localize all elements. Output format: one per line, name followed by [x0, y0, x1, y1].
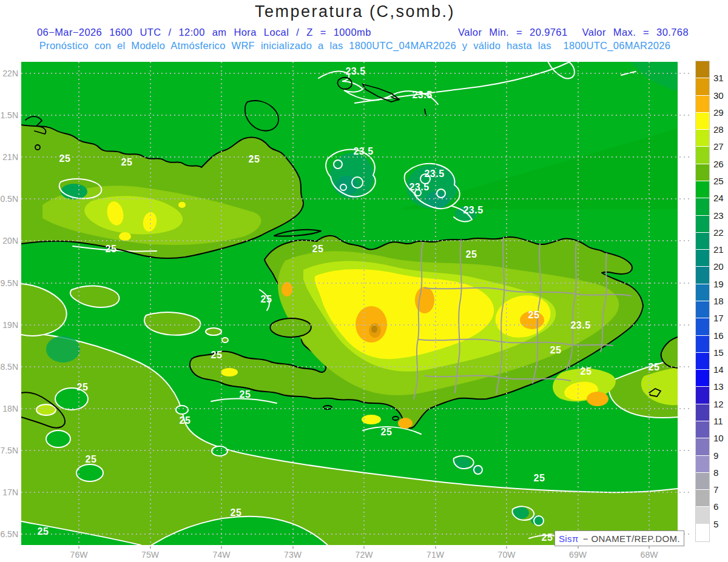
colorbar-tick-label: 31 [713, 73, 724, 83]
colorbar-tick-label: 26 [713, 158, 724, 169]
colorbar-tick-label: 22 [713, 227, 724, 237]
contour-label: 25 [649, 362, 660, 373]
contour-label: 23.5 [570, 320, 590, 331]
y-axis-label: 0.5N [0, 194, 18, 204]
x-axis-label: 68W [630, 550, 669, 560]
contour-label: 25 [211, 350, 223, 361]
colorbar-tick-label: 10 [713, 433, 724, 443]
contour-label: 25 [231, 507, 242, 518]
x-axis-label: 74W [202, 550, 241, 560]
colorbar-tick-label: 24 [713, 193, 724, 203]
credit-brand: Sisπ [559, 534, 579, 544]
x-axis-tick [292, 546, 294, 549]
x-axis-tick [78, 546, 79, 549]
colorbar-cell [696, 164, 709, 181]
x-axis-label: 76W [59, 550, 98, 560]
contour-label: 25 [261, 294, 272, 305]
contour-label: 23.5 [409, 182, 429, 193]
contour-label: 23.5 [424, 169, 444, 179]
gridline-lon [292, 62, 294, 545]
x-axis-label: 70W [487, 550, 526, 560]
x-axis-label: 72W [345, 550, 383, 560]
y-axis-label: 19N [0, 320, 18, 330]
colorbar-cell [696, 370, 709, 386]
x-axis-tick [221, 546, 222, 549]
colorbar-cell [696, 250, 709, 266]
y-axis-label: 18N [0, 404, 18, 413]
y-axis-label: 22N [0, 69, 18, 78]
x-axis-tick [435, 546, 436, 549]
gridline-lat [21, 240, 692, 241]
x-axis-tick [506, 546, 507, 549]
colorbar-tick-label: 8 [713, 467, 718, 477]
x-axis-label: 71W [416, 550, 455, 560]
colorbar-cell [696, 284, 709, 301]
x-axis-tick [363, 546, 365, 549]
colorbar-tick-label: 15 [713, 347, 724, 357]
y-axis-label: 1.5N [0, 110, 18, 120]
contour-label: 23.5 [345, 66, 365, 77]
contour-label: 25 [106, 244, 117, 255]
gridline-lat [21, 283, 692, 284]
colorbar-cell [696, 421, 709, 438]
x-axis-label: 69W [559, 550, 598, 560]
colorbar-cell [696, 318, 709, 335]
gridline-lat [21, 492, 692, 493]
colorbar-cell [696, 233, 709, 249]
y-axis-label: 21N [0, 152, 18, 162]
contour-label: 25 [381, 427, 393, 438]
gridline-lon [435, 62, 436, 545]
y-axis-label: 8.5N [0, 362, 18, 372]
gridline-lon [78, 62, 79, 545]
colorbar-tick-label: 21 [713, 244, 724, 255]
y-axis-label: 20N [0, 236, 18, 246]
colorbar-cell [696, 473, 709, 489]
contour-label: 23.5 [463, 205, 483, 216]
contour-label: 25 [180, 415, 191, 426]
contour-label: 23.5 [353, 146, 373, 157]
contour-label: 23.5 [412, 90, 432, 101]
credit-text: − ONAMET/REP.DOM. [583, 534, 680, 544]
y-axis-label: 7.5N [0, 446, 18, 455]
colorbar-tick-label: 5 [713, 518, 718, 529]
colorbar-cell [696, 524, 709, 541]
contour-label: 25 [528, 310, 540, 321]
colorbar-tick-label: 23 [713, 210, 724, 220]
colorbar-cell [696, 216, 709, 232]
y-axis-label: 9.5N [0, 278, 18, 288]
colorbar-tick-label: 28 [713, 124, 724, 135]
colorbar-tick-label: 14 [713, 364, 724, 375]
colorbar-tick-label: 29 [713, 107, 724, 117]
colorbar-tick-label: 18 [713, 295, 724, 306]
contour-label: 25 [542, 532, 553, 543]
colorbar-cell [696, 404, 709, 421]
colorbar-cell [696, 181, 709, 198]
contour-label: 25 [59, 153, 71, 164]
gridline-lat [21, 408, 692, 409]
contour-label: 25 [466, 249, 477, 260]
colorbar-cell [696, 456, 709, 472]
gridline-lon [363, 62, 365, 545]
colorbar-cell [696, 147, 709, 163]
contour-label: 25 [581, 366, 592, 377]
colorbar-cell [696, 113, 709, 129]
credit-box: Sisπ − ONAMET/REP.DOM. [554, 530, 684, 546]
colorbar-cell [696, 490, 709, 506]
gridline-lon [649, 62, 650, 545]
colorbar-cell [696, 78, 709, 95]
colorbar-cell [696, 301, 709, 318]
gridline-lat [21, 450, 692, 451]
colorbar-cell [696, 387, 709, 403]
colorbar-tick-label: 17 [713, 313, 724, 323]
gridline-lon [150, 62, 151, 545]
colorbar-tick-label: 27 [713, 141, 724, 152]
gridline-lat [21, 115, 692, 116]
gridline-lat [21, 198, 692, 199]
colorbar-tick-label: 16 [713, 330, 724, 340]
x-axis-label: 75W [131, 550, 170, 560]
gridline-lat [21, 324, 692, 326]
gridline-lon [578, 62, 579, 545]
colorbar-tick-label: 6 [713, 501, 718, 512]
gridline-lon [506, 62, 507, 545]
x-axis-tick [578, 546, 579, 549]
